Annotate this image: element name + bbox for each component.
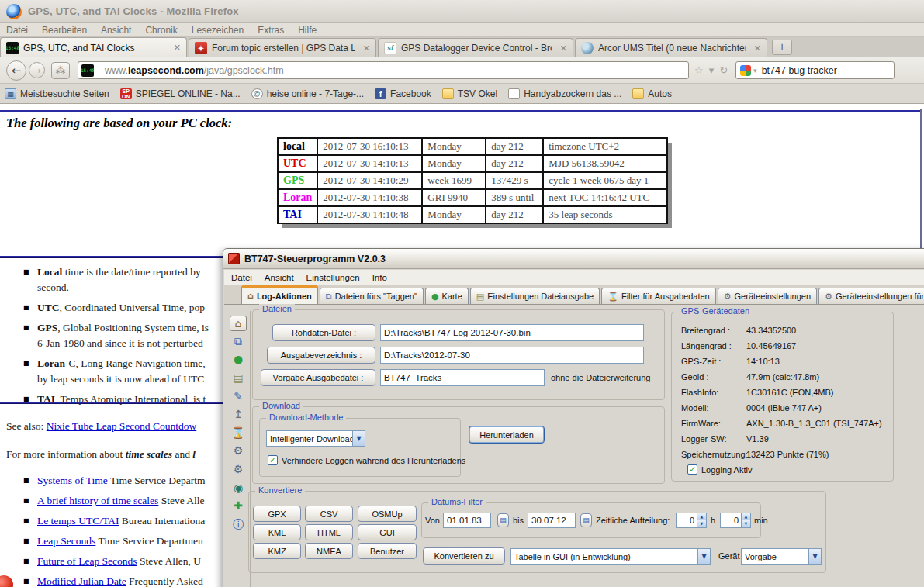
future-leap-seconds-link[interactable]: Future of Leap Seconds	[37, 555, 137, 567]
ausgabeverzeichnis-field[interactable]: D:\Tracks\2012-07-30	[380, 347, 644, 364]
bookmark-heise[interactable]: @heise online - 7-Tage-...	[251, 88, 364, 99]
search-box[interactable]: ▾ bt747 bug tracker	[735, 61, 895, 79]
tag-files-icon[interactable]: ⧉	[230, 334, 247, 350]
add-file-icon[interactable]: ✚	[230, 499, 247, 514]
list-item: Systems of Time Time Service Departm	[23, 473, 205, 489]
kmz-button[interactable]: KMZ	[253, 543, 301, 559]
html-button[interactable]: HTML	[305, 524, 353, 540]
bookmark-facebook[interactable]: fFacebook	[375, 88, 431, 99]
menu-hilfe[interactable]: Hilfe	[298, 25, 317, 36]
menu-lesezeichen[interactable]: Lesezeichen	[192, 25, 244, 36]
tab-filter-ausgabedaten[interactable]: ⌛Filter für Ausgabedaten	[601, 288, 715, 304]
le-temps-link[interactable]: Le temps UTC/TAI	[37, 515, 119, 527]
nixie-link[interactable]: Nixie Tube Leap Second Countdow	[47, 420, 197, 432]
chevron-down-icon[interactable]: ▼	[697, 549, 710, 564]
ausgabeverzeichnis-button[interactable]: Ausgabeverzeichnis :	[267, 347, 375, 364]
hourglass-icon[interactable]: ⌛	[230, 426, 247, 441]
list-item: UTC, Coordinated Universal Time, pop	[23, 300, 209, 316]
leap-seconds-link[interactable]: Leap Seconds	[37, 535, 95, 547]
menu-extras[interactable]: Extras	[258, 25, 284, 36]
systems-of-time-link[interactable]: Systems of Time	[37, 475, 108, 486]
minutes-spinner[interactable]: 0 ▲▼	[720, 513, 751, 528]
spinner-arrows-icon[interactable]: ▲▼	[697, 513, 706, 527]
bookmark-spiegel[interactable]: SPONSPIEGEL ONLINE - Na...	[120, 88, 241, 99]
download-method-select[interactable]: Intelligenter Download▼	[266, 430, 365, 447]
menu-chronik[interactable]: Chronik	[145, 25, 177, 36]
bookmark-tsv-okel[interactable]: TSV Okel	[442, 88, 497, 99]
log-actions-icon[interactable]: ⌂	[230, 316, 247, 331]
bookmark-handyabzockern[interactable]: Handyabzockern das ...	[508, 88, 621, 99]
dlg-menu-datei[interactable]: Datei	[231, 273, 252, 282]
new-tab-button[interactable]: +	[772, 40, 792, 55]
spinner-arrows-icon[interactable]: ▲▼	[741, 513, 750, 527]
chevron-down-icon[interactable]: ▼	[808, 549, 821, 564]
search-engine-dropdown-icon[interactable]: ▾	[753, 67, 757, 74]
history-time-scales-link[interactable]: A brief history of time scales	[37, 495, 158, 506]
menu-bearbeiten[interactable]: Bearbeiten	[42, 25, 87, 36]
von-calendar-button[interactable]: ▤	[497, 513, 509, 527]
csv-button[interactable]: CSV	[305, 506, 353, 522]
file-output-icon[interactable]: ▤	[230, 371, 247, 386]
benutzer-button[interactable]: Benutzer	[358, 543, 417, 559]
tab-geraeteeinstellungen-pro[interactable]: ⚙Geräteeinstellungen für Pr	[818, 288, 924, 304]
bis-calendar-button[interactable]: ▤	[580, 513, 592, 527]
kml-button[interactable]: KML	[253, 524, 301, 540]
bis-date-field[interactable]: 30.07.12	[528, 513, 576, 528]
konvertieren-zu-button[interactable]: Konvertieren zu	[423, 547, 505, 565]
bookmark-star-icon[interactable]: ☆	[694, 64, 704, 76]
tab-close-icon[interactable]: ✕	[560, 43, 567, 54]
map-globe-icon[interactable]: ●	[230, 352, 247, 368]
url-bar[interactable]: 15:48 www.leapsecond.com/java/gpsclock.h…	[78, 61, 689, 79]
links-list: Systems of Time Time Service Departm A b…	[23, 473, 205, 587]
paw-addon-icon[interactable]: ⁂	[51, 62, 70, 79]
dialog-titlebar[interactable]: BT747-Steuerprogramm V2.0.3	[223, 249, 924, 269]
chevron-down-icon[interactable]: ▼	[352, 431, 365, 446]
bookmark-meistbesuchte[interactable]: ▦Meistbesuchte Seiten	[5, 88, 109, 99]
vorgabe-ausgabedatei-field[interactable]: BT747_Tracks	[380, 369, 545, 386]
hours-spinner[interactable]: 0 ▲▼	[676, 513, 707, 528]
tab-log-aktionen[interactable]: ⌂Log-Aktionen	[241, 285, 318, 304]
gui-button[interactable]: GUI	[358, 524, 417, 540]
tab-gps-datalogger[interactable]: sf GPS Datalogger Device Control - Brows…	[378, 38, 573, 57]
menu-datei[interactable]: Datei	[6, 25, 28, 36]
vorgabe-ausgabedatei-button[interactable]: Vorgabe Ausgabedatei :	[261, 369, 375, 386]
gpx-button[interactable]: GPX	[253, 506, 301, 522]
tab-arcor-ums[interactable]: Arcor UMS Titel (0 neue Nachrichten) ✕	[575, 38, 767, 57]
dlg-menu-einstellungen[interactable]: Einstellungen	[306, 273, 360, 282]
rohdaten-datei-button[interactable]: Rohdaten-Datei :	[272, 324, 375, 341]
dlg-menu-info[interactable]: Info	[372, 273, 387, 282]
bookmark-autos[interactable]: Autos	[632, 88, 672, 99]
rohdaten-datei-field[interactable]: D:\Tracks\BT747 Log 2012-07-30.bin	[380, 324, 644, 341]
edit-file-icon[interactable]: ✎	[230, 389, 247, 405]
herunterladen-button[interactable]: Herunterladen	[469, 426, 545, 444]
wrench-icon[interactable]: ⚙	[230, 444, 247, 459]
tab-einstellungen-dateiausgabe[interactable]: ▤Einstellungen Dateiausgabe	[470, 288, 600, 304]
tab-geraeteeinstellungen[interactable]: ⚙Geräteeinstellungen	[718, 288, 817, 304]
urlbar-dropdown-icon[interactable]: ▾	[709, 64, 715, 76]
tab-dateien-taggen[interactable]: ⧉Dateien fürs "Taggen"	[320, 288, 424, 304]
globe-favicon	[581, 42, 594, 54]
geraet-select[interactable]: Vorgabe▼	[741, 548, 822, 565]
globe-settings-icon[interactable]: ◉	[230, 481, 247, 496]
reload-icon[interactable]: ↻	[719, 64, 728, 76]
tab-forum-topic[interactable]: ✦ Forum topic erstellen | GPS Data Logge…	[189, 38, 376, 57]
nmea-button[interactable]: NMEA	[305, 543, 353, 559]
menu-ansicht[interactable]: Ansicht	[101, 25, 131, 36]
modified-julian-date-link[interactable]: Modified Julian Date	[37, 575, 126, 587]
dlg-menu-ansicht[interactable]: Ansicht	[265, 273, 294, 282]
tab-close-icon[interactable]: ✕	[363, 43, 370, 54]
upload-icon[interactable]: ↥	[230, 407, 247, 423]
tab-close-icon[interactable]: ✕	[754, 43, 761, 54]
von-date-field[interactable]: 01.01.83	[443, 513, 491, 528]
tab-close-icon[interactable]: ✕	[174, 43, 181, 53]
back-button[interactable]: ←	[6, 60, 26, 81]
info-icon[interactable]: ⓘ	[230, 517, 247, 533]
logging-aktiv-checkbox[interactable]: ✓ Logging Aktiv	[687, 464, 752, 475]
osmup-button[interactable]: OSMUp	[358, 506, 417, 522]
tab-gps-clocks[interactable]: 15:48 GPS, UTC, and TAI Clocks ✕	[0, 37, 187, 57]
prevent-logging-checkbox[interactable]: ✓ Verhindere Loggen während des Herunter…	[268, 455, 465, 465]
tab-karte[interactable]: ●Karte	[425, 288, 469, 304]
convert-target-select[interactable]: Tabelle in GUI (in Entwicklung)▼	[510, 548, 711, 565]
wrench-plus-icon[interactable]: ⚙	[230, 462, 247, 478]
forward-button[interactable]: →	[29, 62, 45, 78]
